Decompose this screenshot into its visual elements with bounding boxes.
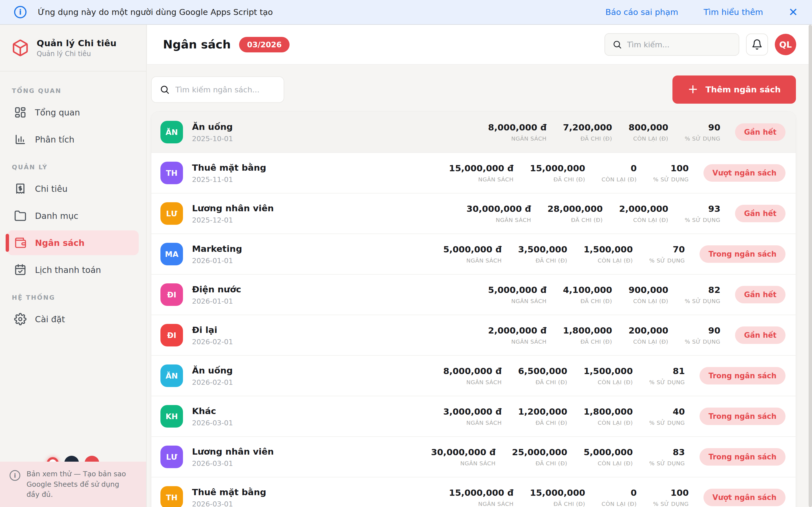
- budget-row[interactable]: TH Thuê mặt bằng 2026-03-01 15,000,000 đ…: [151, 477, 796, 507]
- remaining-amount: 200,000: [628, 325, 668, 335]
- global-search-input[interactable]: [627, 40, 731, 49]
- page-scrollbar[interactable]: [809, 25, 812, 507]
- sidebar-item-label: Ngân sách: [35, 238, 85, 248]
- usage-cell: 93 % SỬ DỤNG: [684, 204, 720, 223]
- calendar-check-icon: [14, 264, 27, 276]
- wallet-icon: [14, 237, 27, 249]
- category-icon: LƯ: [160, 202, 183, 225]
- budget-row[interactable]: KH Khác 2026-03-01 3,000,000 đ NGÂN SÁCH…: [151, 396, 796, 436]
- budget-amount-cell: 5,000,000 đ NGÂN SÁCH: [443, 244, 502, 264]
- category-icon: ĐI: [160, 324, 183, 346]
- budget-amount-cell: 5,000,000 đ NGÂN SÁCH: [488, 285, 547, 304]
- budget-amount-label: NGÂN SÁCH: [449, 176, 513, 183]
- budget-name: Marketing: [192, 244, 242, 254]
- spent-cell: 7,200,000 ĐÃ CHI (Đ): [563, 122, 612, 142]
- usage-percent: 40: [649, 406, 685, 416]
- add-budget-button[interactable]: + Thêm ngân sách: [672, 75, 796, 104]
- sidebar-item-label: Cài đặt: [35, 314, 65, 324]
- category-icon: ĂN: [160, 364, 183, 387]
- spent-amount: 1,800,000: [563, 325, 612, 335]
- budget-amount: 3,000,000 đ: [443, 406, 502, 416]
- report-abuse-link[interactable]: Báo cáo sai phạm: [605, 7, 678, 17]
- sidebar-item-lich-thanh-toan[interactable]: Lịch thanh toán: [7, 258, 139, 282]
- remaining-cell: 0 CÒN LẠI (Đ): [602, 163, 637, 183]
- budget-amount: 8,000,000 đ: [488, 122, 547, 132]
- remaining-cell: 0 CÒN LẠI (Đ): [602, 488, 637, 507]
- status-cell: Vượt ngân sách: [703, 164, 785, 182]
- learn-more-link[interactable]: Tìm hiểu thêm: [704, 7, 763, 17]
- notifications-button[interactable]: [746, 34, 768, 55]
- remaining-amount: 1,500,000: [583, 244, 633, 255]
- app-title: Quản lý Chi tiêu: [37, 38, 116, 48]
- spent-cell: 1,800,000 ĐÃ CHI (Đ): [563, 325, 612, 345]
- remaining-cell: 2,000,000 CÒN LẠI (Đ): [619, 204, 668, 223]
- budget-date: 2026-02-01: [192, 378, 233, 386]
- status-cell: Trong ngân sách: [700, 245, 785, 263]
- budget-amount-label: NGÂN SÁCH: [488, 135, 547, 142]
- sidebar-item-label: Lịch thanh toán: [35, 265, 101, 275]
- category-icon: ĂN: [160, 121, 183, 144]
- spent-cell: 15,000,000 ĐÃ CHI (Đ): [530, 488, 585, 507]
- budget-list: ĂN Ăn uống 2025-10-01 8,000,000 đ NGÂN S…: [151, 112, 796, 507]
- section-label-overview: TỔNG QUAN: [12, 87, 134, 94]
- preview-notice-text: Bản xem thử — Tạo bản sao Google Sheets …: [27, 469, 134, 500]
- remaining-cell: 1,500,000 CÒN LẠI (Đ): [583, 366, 633, 386]
- usage-label: % SỬ DỤNG: [684, 135, 720, 142]
- budget-date: 2026-03-01: [192, 459, 274, 467]
- info-icon: i: [14, 6, 27, 18]
- category-icon: TH: [160, 162, 183, 184]
- budget-row[interactable]: MA Marketing 2026-01-01 5,000,000 đ NGÂN…: [151, 233, 796, 274]
- spent-cell: 15,000,000 ĐÃ CHI (Đ): [530, 163, 585, 183]
- remaining-label: CÒN LẠI (Đ): [583, 460, 633, 467]
- spent-amount: 7,200,000: [563, 122, 612, 132]
- budget-date: 2025-12-01: [192, 216, 274, 224]
- remaining-label: CÒN LẠI (Đ): [602, 501, 637, 507]
- folder-icon: [14, 210, 27, 222]
- usage-cell: 40 % SỬ DỤNG: [649, 406, 685, 426]
- sidebar-item-label: Danh mục: [35, 211, 79, 221]
- spent-cell: 4,100,000 ĐÃ CHI (Đ): [563, 285, 612, 304]
- avatar[interactable]: QL: [775, 34, 796, 55]
- section-label-system: HỆ THỐNG: [12, 294, 134, 301]
- budget-search-input[interactable]: [175, 86, 276, 94]
- budget-amount-label: NGÂN SÁCH: [449, 501, 513, 507]
- budget-row[interactable]: ĐI Đi lại 2026-02-01 2,000,000 đ NGÂN SÁ…: [151, 315, 796, 355]
- budget-row[interactable]: LƯ Lương nhân viên 2026-03-01 30,000,000…: [151, 436, 796, 477]
- cube-logo-icon: [11, 39, 29, 57]
- budget-row[interactable]: ĂN Ăn uống 2026-02-01 8,000,000 đ NGÂN S…: [151, 355, 796, 396]
- budget-amount-label: NGÂN SÁCH: [488, 298, 547, 304]
- sidebar-item-ngan-sach[interactable]: Ngân sách: [7, 230, 139, 255]
- sidebar-item-danh-muc[interactable]: Danh mục: [7, 203, 139, 228]
- main-content: + Thêm ngân sách ĂN Ăn uống 2025-10-01 8…: [147, 65, 812, 507]
- sidebar-item-cai-dat[interactable]: Cài đặt: [7, 307, 139, 332]
- status-badge: Trong ngân sách: [700, 367, 785, 385]
- budget-search[interactable]: [151, 76, 284, 103]
- spent-amount: 1,200,000: [518, 406, 567, 416]
- usage-label: % SỬ DỤNG: [649, 460, 685, 467]
- usage-percent: 90: [684, 122, 720, 132]
- budget-row[interactable]: ĂN Ăn uống 2025-10-01 8,000,000 đ NGÂN S…: [151, 112, 796, 152]
- add-budget-label: Thêm ngân sách: [705, 85, 781, 94]
- budget-amount-cell: 15,000,000 đ NGÂN SÁCH: [449, 488, 513, 507]
- sidebar-item-phan-tich[interactable]: Phân tích: [7, 127, 139, 152]
- status-badge: Gần hết: [735, 327, 785, 344]
- sidebar-item-tong-quan[interactable]: Tổng quan: [7, 100, 139, 125]
- budget-date: 2026-01-01: [192, 257, 242, 265]
- budget-row[interactable]: ĐI Điện nước 2026-01-01 5,000,000 đ NGÂN…: [151, 274, 796, 315]
- remaining-cell: 5,000,000 CÒN LẠI (Đ): [583, 447, 633, 467]
- spent-amount: 6,500,000: [518, 366, 567, 376]
- status-cell: Gần hết: [735, 205, 785, 222]
- sidebar: Quản lý Chi tiêu Quản lý Chi tiêu TỔNG Q…: [0, 25, 147, 507]
- usage-percent: 100: [653, 488, 689, 498]
- sidebar-item-chi-tieu[interactable]: Chi tiêu: [7, 176, 139, 201]
- budget-row[interactable]: LƯ Lương nhân viên 2025-12-01 30,000,000…: [151, 193, 796, 233]
- budget-amount: 8,000,000 đ: [443, 366, 502, 376]
- global-search[interactable]: [605, 33, 739, 56]
- budget-row[interactable]: TH Thuê mặt bằng 2025-11-01 15,000,000 đ…: [151, 152, 796, 193]
- usage-label: % SỬ DỤNG: [684, 217, 720, 223]
- budget-date: 2026-01-01: [192, 297, 241, 305]
- usage-percent: 81: [649, 366, 685, 376]
- budget-amount: 30,000,000 đ: [431, 447, 496, 457]
- close-icon[interactable]: ✕: [788, 6, 798, 18]
- budget-date: 2025-11-01: [192, 175, 266, 184]
